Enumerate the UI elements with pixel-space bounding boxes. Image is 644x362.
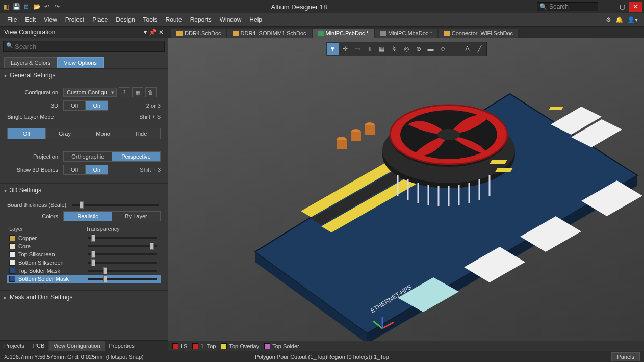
layer-row[interactable]: Copper bbox=[7, 234, 161, 242]
menu-reports[interactable]: Reports bbox=[186, 16, 216, 23]
config-dropdown[interactable]: Custom Configu bbox=[63, 88, 117, 97]
config-load-button[interactable]: ▦ bbox=[132, 87, 143, 97]
transparency-slider[interactable] bbox=[88, 278, 157, 280]
redo-icon[interactable]: ↷ bbox=[53, 3, 61, 11]
config-delete-button[interactable]: 🗑 bbox=[145, 87, 157, 97]
section-mask[interactable]: Mask and Dim Settings bbox=[0, 290, 168, 304]
statusbar: X:106.7mm Y:56.575mm Grid: 0.025mm (Hots… bbox=[0, 351, 644, 362]
bell-icon[interactable]: 🔔 bbox=[615, 16, 623, 23]
save-all-icon[interactable]: 🗎 bbox=[22, 3, 31, 11]
3d-toggle[interactable]: Off On bbox=[63, 100, 108, 111]
layer-row[interactable]: Bottom Silkscreen bbox=[7, 258, 161, 267]
panel-search-input[interactable] bbox=[3, 41, 165, 52]
gear-icon[interactable]: ⚙ bbox=[606, 16, 611, 23]
btab-projects[interactable]: Projects bbox=[0, 341, 29, 351]
bodies-on[interactable]: On bbox=[86, 165, 108, 174]
transparency-slider[interactable] bbox=[88, 253, 157, 255]
dimension-icon[interactable]: ⟊ bbox=[450, 43, 461, 55]
menu-file[interactable]: File bbox=[3, 16, 21, 23]
panel-menu-icon[interactable]: ▾ bbox=[144, 29, 147, 36]
svg-rect-23 bbox=[337, 140, 347, 149]
doc-tab[interactable]: DDR4.SchDoc bbox=[171, 29, 226, 38]
btab-properties[interactable]: Properties bbox=[105, 341, 139, 351]
transparency-slider[interactable] bbox=[88, 245, 157, 247]
menu-tools[interactable]: Tools bbox=[139, 16, 162, 23]
layer-strip-item[interactable]: LS bbox=[172, 343, 187, 349]
projection-ortho[interactable]: Orthographic bbox=[64, 152, 112, 161]
panels-button[interactable]: Panels bbox=[611, 352, 640, 361]
save-icon[interactable]: 💾 bbox=[12, 3, 20, 11]
layer-row[interactable]: Top Silkscreen bbox=[7, 250, 161, 258]
bodies-off[interactable]: Off bbox=[64, 165, 86, 174]
layer-strip-swatch bbox=[221, 343, 227, 349]
layer-strip-item[interactable]: Top Overlay bbox=[221, 343, 259, 349]
section-3d[interactable]: 3D Settings bbox=[0, 183, 168, 197]
transparency-slider[interactable] bbox=[88, 262, 157, 264]
menu-window[interactable]: Window bbox=[216, 16, 246, 23]
layer-strip-item[interactable]: 1_Top bbox=[192, 343, 216, 349]
polygon-icon[interactable]: ◇ bbox=[437, 43, 449, 55]
via-icon[interactable]: ◎ bbox=[401, 43, 412, 55]
slm-gray[interactable]: Gray bbox=[46, 128, 84, 139]
colors-realistic[interactable]: Realistic bbox=[64, 212, 112, 221]
layer-row[interactable]: Bottom Solder Mask bbox=[7, 275, 161, 283]
subtab-layers[interactable]: Layers & Colors bbox=[4, 57, 57, 68]
btab-view-config[interactable]: View Configuration bbox=[49, 341, 105, 351]
select-rect-icon[interactable]: ▭ bbox=[352, 43, 363, 55]
panel-close-icon[interactable]: ✕ bbox=[159, 29, 164, 36]
table-hdr-transparency: Transparency bbox=[86, 226, 159, 232]
close-button[interactable]: ✕ bbox=[629, 2, 642, 12]
btab-pcb[interactable]: PCB bbox=[29, 341, 49, 351]
menu-help[interactable]: Help bbox=[245, 16, 266, 23]
single-layer-mode-group[interactable]: Off Gray Mono Hide bbox=[7, 128, 161, 139]
user-icon[interactable]: 👤▾ bbox=[627, 16, 638, 23]
layer-swatch bbox=[9, 260, 15, 266]
3d-off[interactable]: Off bbox=[64, 101, 86, 110]
doc-tab[interactable]: MiniPC.MbaDoc * bbox=[375, 29, 437, 38]
route-icon[interactable]: ↯ bbox=[389, 43, 400, 55]
layer-row[interactable]: Top Solder Mask bbox=[7, 267, 161, 275]
pad-icon[interactable]: ▬ bbox=[425, 43, 436, 55]
layer-row[interactable]: Core bbox=[7, 242, 161, 250]
doc-tab[interactable]: MiniPC.PcbDoc * bbox=[313, 29, 374, 38]
doc-tab-label: MiniPC.MbaDoc * bbox=[388, 30, 432, 36]
place-icon[interactable]: ⊕ bbox=[413, 43, 424, 55]
layer-name: Copper bbox=[18, 235, 86, 241]
projection-perspective[interactable]: Perspective bbox=[112, 152, 160, 161]
colors-bylayer[interactable]: By Layer bbox=[112, 212, 160, 221]
titlebar-search[interactable]: 🔍 Search bbox=[537, 2, 598, 11]
config-save-button[interactable]: ⤴ bbox=[119, 87, 130, 97]
layer-name: Bottom Solder Mask bbox=[18, 276, 86, 282]
slm-mono[interactable]: Mono bbox=[84, 128, 122, 139]
slm-off[interactable]: Off bbox=[8, 128, 46, 139]
line-icon[interactable]: ╱ bbox=[474, 43, 485, 55]
move-icon[interactable]: ✛ bbox=[340, 43, 351, 55]
subtab-view-options[interactable]: View Options bbox=[57, 57, 104, 68]
transparency-slider[interactable] bbox=[88, 270, 157, 272]
menu-design[interactable]: Design bbox=[112, 16, 139, 23]
undo-icon[interactable]: ↶ bbox=[43, 3, 51, 11]
menu-route[interactable]: Route bbox=[162, 16, 186, 23]
grid-icon[interactable]: ▦ bbox=[376, 43, 388, 55]
3d-on[interactable]: On bbox=[86, 101, 108, 110]
section-general[interactable]: General Settings bbox=[0, 68, 168, 82]
align-icon[interactable]: ⫴ bbox=[364, 43, 375, 55]
svg-point-21 bbox=[437, 129, 460, 140]
layer-strip-item[interactable]: Top Solder bbox=[264, 343, 299, 349]
menu-edit[interactable]: Edit bbox=[21, 16, 40, 23]
pcb-3d-canvas[interactable]: ▼ ✛ ▭ ⫴ ▦ ↯ ◎ ⊕ ▬ ◇ ⟊ A ╱ bbox=[168, 38, 644, 341]
transparency-slider[interactable] bbox=[88, 237, 157, 239]
panel-pin-icon[interactable]: 📌 bbox=[149, 29, 157, 36]
text-icon[interactable]: A bbox=[462, 43, 473, 55]
minimize-button[interactable]: — bbox=[602, 2, 615, 12]
slm-hide[interactable]: Hide bbox=[122, 128, 160, 139]
doc-tab[interactable]: Connector_WiFi.SchDoc bbox=[439, 29, 518, 38]
menu-view[interactable]: View bbox=[40, 16, 61, 23]
menu-project[interactable]: Project bbox=[61, 16, 88, 23]
open-icon[interactable]: 📂 bbox=[33, 3, 41, 11]
doc-tab[interactable]: DDR4_SODIMM1.SchDoc bbox=[227, 29, 312, 38]
maximize-button[interactable]: ▢ bbox=[615, 2, 629, 12]
filter-icon[interactable]: ▼ bbox=[327, 43, 339, 55]
thickness-slider[interactable] bbox=[72, 204, 159, 206]
menu-place[interactable]: Place bbox=[88, 16, 112, 23]
